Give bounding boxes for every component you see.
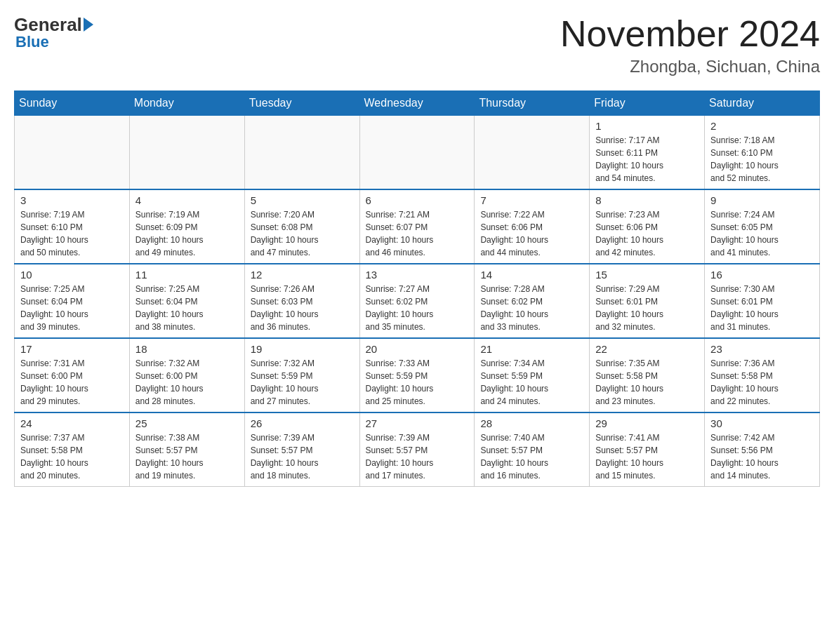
day-info: Sunrise: 7:27 AM Sunset: 6:02 PM Dayligh… — [366, 283, 469, 333]
calendar-cell: 5Sunrise: 7:20 AM Sunset: 6:08 PM Daylig… — [244, 189, 359, 264]
calendar-header-friday: Friday — [590, 91, 705, 116]
logo: General Blue — [14, 14, 93, 51]
day-number: 27 — [366, 417, 469, 429]
day-info: Sunrise: 7:22 AM Sunset: 6:06 PM Dayligh… — [480, 208, 583, 259]
day-number: 18 — [135, 343, 239, 355]
calendar-table: SundayMondayTuesdayWednesdayThursdayFrid… — [14, 90, 820, 487]
calendar-cell — [15, 116, 130, 190]
day-number: 13 — [366, 269, 469, 281]
calendar-cell: 27Sunrise: 7:39 AM Sunset: 5:57 PM Dayli… — [359, 412, 475, 487]
calendar-cell: 14Sunrise: 7:28 AM Sunset: 6:02 PM Dayli… — [475, 264, 590, 338]
calendar-cell: 18Sunrise: 7:32 AM Sunset: 6:00 PM Dayli… — [129, 338, 244, 412]
calendar-cell: 11Sunrise: 7:25 AM Sunset: 6:04 PM Dayli… — [129, 264, 244, 338]
calendar-cell: 19Sunrise: 7:32 AM Sunset: 5:59 PM Dayli… — [244, 338, 359, 412]
day-info: Sunrise: 7:25 AM Sunset: 6:04 PM Dayligh… — [135, 283, 239, 333]
day-info: Sunrise: 7:25 AM Sunset: 6:04 PM Dayligh… — [20, 283, 124, 333]
calendar-cell — [244, 116, 359, 190]
day-number: 10 — [20, 269, 124, 281]
calendar-header-saturday: Saturday — [705, 91, 820, 116]
calendar-cell: 15Sunrise: 7:29 AM Sunset: 6:01 PM Dayli… — [590, 264, 705, 338]
day-info: Sunrise: 7:23 AM Sunset: 6:06 PM Dayligh… — [595, 208, 699, 259]
calendar-cell: 12Sunrise: 7:26 AM Sunset: 6:03 PM Dayli… — [244, 264, 359, 338]
calendar-week-5: 24Sunrise: 7:37 AM Sunset: 5:58 PM Dayli… — [15, 412, 820, 487]
day-info: Sunrise: 7:31 AM Sunset: 6:00 PM Dayligh… — [20, 357, 124, 408]
calendar-cell: 13Sunrise: 7:27 AM Sunset: 6:02 PM Dayli… — [359, 264, 475, 338]
day-number: 3 — [20, 194, 124, 206]
day-info: Sunrise: 7:19 AM Sunset: 6:09 PM Dayligh… — [135, 208, 239, 259]
day-number: 28 — [480, 417, 583, 429]
calendar-cell: 1Sunrise: 7:17 AM Sunset: 6:11 PM Daylig… — [590, 116, 705, 190]
day-number: 25 — [135, 417, 239, 429]
day-info: Sunrise: 7:34 AM Sunset: 5:59 PM Dayligh… — [480, 357, 583, 408]
day-number: 5 — [251, 194, 354, 206]
calendar-cell: 21Sunrise: 7:34 AM Sunset: 5:59 PM Dayli… — [475, 338, 590, 412]
day-number: 1 — [595, 120, 699, 132]
day-info: Sunrise: 7:17 AM Sunset: 6:11 PM Dayligh… — [595, 134, 699, 185]
day-number: 24 — [20, 417, 124, 429]
day-number: 7 — [480, 194, 583, 206]
calendar-cell: 9Sunrise: 7:24 AM Sunset: 6:05 PM Daylig… — [705, 189, 820, 264]
day-info: Sunrise: 7:42 AM Sunset: 5:56 PM Dayligh… — [710, 431, 814, 482]
day-info: Sunrise: 7:37 AM Sunset: 5:58 PM Dayligh… — [20, 431, 124, 482]
calendar-header-tuesday: Tuesday — [244, 91, 359, 116]
day-info: Sunrise: 7:21 AM Sunset: 6:07 PM Dayligh… — [366, 208, 469, 259]
day-info: Sunrise: 7:35 AM Sunset: 5:58 PM Dayligh… — [595, 357, 699, 408]
calendar-cell: 10Sunrise: 7:25 AM Sunset: 6:04 PM Dayli… — [15, 264, 130, 338]
calendar-cell: 23Sunrise: 7:36 AM Sunset: 5:58 PM Dayli… — [705, 338, 820, 412]
calendar-cell: 26Sunrise: 7:39 AM Sunset: 5:57 PM Dayli… — [244, 412, 359, 487]
calendar-cell: 30Sunrise: 7:42 AM Sunset: 5:56 PM Dayli… — [705, 412, 820, 487]
day-number: 22 — [595, 343, 699, 355]
calendar-cell: 7Sunrise: 7:22 AM Sunset: 6:06 PM Daylig… — [475, 189, 590, 264]
day-info: Sunrise: 7:32 AM Sunset: 6:00 PM Dayligh… — [135, 357, 239, 408]
day-number: 11 — [135, 269, 239, 281]
calendar-cell: 8Sunrise: 7:23 AM Sunset: 6:06 PM Daylig… — [590, 189, 705, 264]
day-number: 16 — [710, 269, 814, 281]
day-number: 17 — [20, 343, 124, 355]
day-info: Sunrise: 7:33 AM Sunset: 5:59 PM Dayligh… — [366, 357, 469, 408]
day-number: 30 — [710, 417, 814, 429]
calendar-header-wednesday: Wednesday — [359, 91, 475, 116]
calendar-cell: 16Sunrise: 7:30 AM Sunset: 6:01 PM Dayli… — [705, 264, 820, 338]
day-info: Sunrise: 7:18 AM Sunset: 6:10 PM Dayligh… — [710, 134, 814, 185]
day-number: 15 — [595, 269, 699, 281]
day-info: Sunrise: 7:26 AM Sunset: 6:03 PM Dayligh… — [251, 283, 354, 333]
day-info: Sunrise: 7:30 AM Sunset: 6:01 PM Dayligh… — [710, 283, 814, 333]
logo-arrow-icon — [84, 18, 93, 32]
day-number: 4 — [135, 194, 239, 206]
calendar-cell: 6Sunrise: 7:21 AM Sunset: 6:07 PM Daylig… — [359, 189, 475, 264]
calendar-week-3: 10Sunrise: 7:25 AM Sunset: 6:04 PM Dayli… — [15, 264, 820, 338]
calendar-cell: 25Sunrise: 7:38 AM Sunset: 5:57 PM Dayli… — [129, 412, 244, 487]
day-info: Sunrise: 7:39 AM Sunset: 5:57 PM Dayligh… — [366, 431, 469, 482]
calendar-cell: 24Sunrise: 7:37 AM Sunset: 5:58 PM Dayli… — [15, 412, 130, 487]
day-number: 8 — [595, 194, 699, 206]
day-number: 12 — [251, 269, 354, 281]
day-info: Sunrise: 7:28 AM Sunset: 6:02 PM Dayligh… — [480, 283, 583, 333]
logo-blue: Blue — [15, 33, 49, 51]
calendar-week-1: 1Sunrise: 7:17 AM Sunset: 6:11 PM Daylig… — [15, 116, 820, 190]
day-info: Sunrise: 7:19 AM Sunset: 6:10 PM Dayligh… — [20, 208, 124, 259]
main-title: November 2024 — [560, 14, 820, 54]
calendar-header-monday: Monday — [129, 91, 244, 116]
calendar-cell: 29Sunrise: 7:41 AM Sunset: 5:57 PM Dayli… — [590, 412, 705, 487]
day-number: 21 — [480, 343, 583, 355]
day-info: Sunrise: 7:40 AM Sunset: 5:57 PM Dayligh… — [480, 431, 583, 482]
day-number: 23 — [710, 343, 814, 355]
calendar-cell: 4Sunrise: 7:19 AM Sunset: 6:09 PM Daylig… — [129, 189, 244, 264]
day-info: Sunrise: 7:32 AM Sunset: 5:59 PM Dayligh… — [251, 357, 354, 408]
day-number: 19 — [251, 343, 354, 355]
calendar-week-4: 17Sunrise: 7:31 AM Sunset: 6:00 PM Dayli… — [15, 338, 820, 412]
calendar-header-sunday: Sunday — [15, 91, 130, 116]
day-info: Sunrise: 7:20 AM Sunset: 6:08 PM Dayligh… — [251, 208, 354, 259]
day-info: Sunrise: 7:36 AM Sunset: 5:58 PM Dayligh… — [710, 357, 814, 408]
calendar-cell: 28Sunrise: 7:40 AM Sunset: 5:57 PM Dayli… — [475, 412, 590, 487]
calendar-cell: 3Sunrise: 7:19 AM Sunset: 6:10 PM Daylig… — [15, 189, 130, 264]
calendar-cell — [475, 116, 590, 190]
title-area: November 2024 Zhongba, Sichuan, China — [560, 14, 820, 76]
day-info: Sunrise: 7:24 AM Sunset: 6:05 PM Dayligh… — [710, 208, 814, 259]
calendar-cell — [129, 116, 244, 190]
day-info: Sunrise: 7:41 AM Sunset: 5:57 PM Dayligh… — [595, 431, 699, 482]
calendar-cell: 20Sunrise: 7:33 AM Sunset: 5:59 PM Dayli… — [359, 338, 475, 412]
day-number: 20 — [366, 343, 469, 355]
calendar-cell — [359, 116, 475, 190]
calendar-cell: 2Sunrise: 7:18 AM Sunset: 6:10 PM Daylig… — [705, 116, 820, 190]
